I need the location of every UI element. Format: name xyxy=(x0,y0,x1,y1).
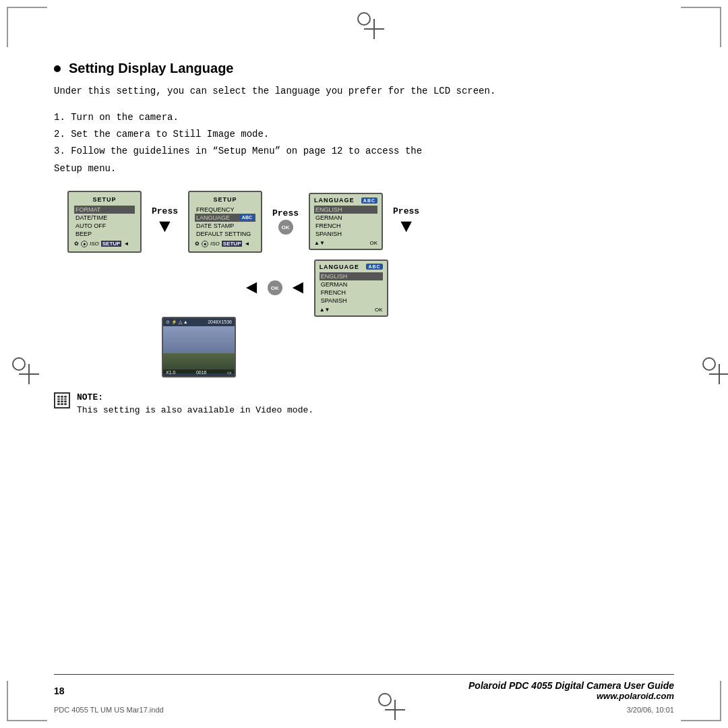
camera-resolution: 2048X1536 xyxy=(208,320,232,324)
setup-screen-1: SETUP FORMAT DATE/TIME AUTO OFF BEEP ✿ ●… xyxy=(67,191,142,253)
section-title-text: Setting Display Language xyxy=(69,61,233,76)
press-label-3: Press xyxy=(393,206,419,216)
step-1: 1. Turn on the camera. xyxy=(54,109,674,126)
setup2-setup-badge: SETUP xyxy=(222,241,243,247)
note-dot-4 xyxy=(57,398,60,400)
setup2-title: SETUP xyxy=(195,196,255,203)
lang2-spanish: SPANISH xyxy=(320,297,383,305)
lang2-title-text: LANGUAGE xyxy=(320,264,360,270)
lang2-ok: OK xyxy=(375,307,383,313)
brand-title: Polaroid PDC 4055 Digital Camera User Gu… xyxy=(468,680,674,691)
setup2-language: LANGUAGE ABC xyxy=(195,214,255,222)
down-arrow-icon-1: ▼ xyxy=(159,218,171,237)
note-dot-1 xyxy=(57,396,60,398)
ok-label-1: OK xyxy=(282,224,290,231)
corner-mark-bl xyxy=(7,681,47,721)
section-title: Setting Display Language xyxy=(54,61,674,76)
right-crosshair-circle xyxy=(702,357,716,371)
setup1-datetime: DATE/TIME xyxy=(74,214,135,222)
diagram-row-top: SETUP FORMAT DATE/TIME AUTO OFF BEEP ✿ ●… xyxy=(67,191,674,253)
lang1-english: ENGLISH xyxy=(314,206,377,214)
step-3: 3. Follow the guidelines in “Setup Menu”… xyxy=(54,143,674,160)
diagram-row-bottom: ⊙ ⚡ △ ▲ 2048X1536 X1.0 0016 ▭ xyxy=(162,317,674,377)
lang1-title-text: LANGUAGE xyxy=(314,197,355,204)
setup1-iso: ISO xyxy=(90,241,99,247)
lang2-abc-badge: ABC xyxy=(366,264,382,270)
footer-brand: Polaroid PDC 4055 Digital Camera User Gu… xyxy=(468,680,674,701)
footer: 18 Polaroid PDC 4055 Digital Camera User… xyxy=(54,674,674,701)
connector-row: ◄ OK ◄ LANGUAGE ABC ENGLISH GERMAN FRENC… xyxy=(162,260,674,317)
note-dot-12 xyxy=(64,403,67,405)
note-dot-8 xyxy=(61,400,63,402)
meta-left: PDC 4055 TL UM US Mar17.indd xyxy=(54,706,164,714)
setup2-abc-badge: ABC xyxy=(240,214,254,220)
setup2-frequency: FREQUENCY xyxy=(195,206,255,214)
left-arrow-connector-2: ◄ xyxy=(293,278,304,299)
lang1-down-arrow: ▲▼ xyxy=(314,240,325,246)
camera-top-bar: ⊙ ⚡ △ ▲ 2048X1536 xyxy=(163,318,235,326)
setup2-language-text: LANGUAGE xyxy=(196,214,230,221)
bottom-crosshair-circle xyxy=(378,693,392,706)
bottom-meta: PDC 4055 TL UM US Mar17.indd 3/20/06, 10… xyxy=(54,700,674,720)
step-3-cont: Setup menu. xyxy=(54,160,674,177)
note-dot-6 xyxy=(64,398,67,400)
camera-zoom: X1.0 xyxy=(166,370,175,375)
note-text-container: NOTE: This setting is also available in … xyxy=(77,391,313,417)
lang1-abc-badge: ABC xyxy=(361,198,377,204)
down-arrow-icon-2: ▼ xyxy=(400,218,412,237)
steps-list: 1. Turn on the camera. 2. Set the camera… xyxy=(54,109,674,177)
note-icon xyxy=(54,392,70,408)
setup-screen-2: SETUP FREQUENCY LANGUAGE ABC DATE STAMP … xyxy=(188,191,262,253)
meta-right: 3/20/06, 10:01 xyxy=(627,706,674,714)
step-2: 2. Set the camera to Still Image mode. xyxy=(54,126,674,143)
note-dot-7 xyxy=(57,400,60,402)
lang1-footer: ▲▼ OK xyxy=(314,240,377,246)
intro-content: Under this setting, you can select the l… xyxy=(54,86,495,96)
press-label-1: Press xyxy=(152,206,178,216)
corner-mark-tr xyxy=(681,7,721,47)
lang2-german: GERMAN xyxy=(320,280,383,289)
setup2-iso: ISO xyxy=(210,241,220,247)
camera-sky xyxy=(163,326,235,353)
ok-button-1: OK xyxy=(278,220,293,235)
right-crosshair xyxy=(709,364,728,384)
setup1-bottom: ✿ ● ISO SETUP ◄ xyxy=(74,241,135,247)
setup2-bottom: ✿ ● ISO SETUP ◄ xyxy=(195,241,255,247)
camera-battery: ▭ xyxy=(227,370,232,375)
setup2-arrow: ◄ xyxy=(244,241,249,247)
left-crosshair-circle xyxy=(12,357,26,371)
lang1-spanish: SPANISH xyxy=(314,230,377,238)
language-screen-2: LANGUAGE ABC ENGLISH GERMAN FRENCH SPANI… xyxy=(314,260,388,317)
ok-button-2: OK xyxy=(268,280,282,295)
camera-bottom-bar: X1.0 0016 ▭ xyxy=(163,369,235,376)
page-number: 18 xyxy=(54,686,65,696)
setup2-circle-icon: ● xyxy=(202,241,208,247)
setup1-arrow: ◄ xyxy=(123,241,129,247)
setup2-default: DEFAULT SETTING xyxy=(195,230,255,238)
corner-mark-br xyxy=(681,681,721,721)
lang2-footer: ▲▼ OK xyxy=(320,307,383,313)
note-dot-10 xyxy=(57,403,60,405)
main-content: Setting Display Language Under this sett… xyxy=(54,61,674,661)
setup1-format: FORMAT xyxy=(74,206,135,214)
note-body-text: This setting is also available in Video … xyxy=(77,405,313,415)
left-arrow-connector: ◄ xyxy=(246,278,257,299)
lang1-ok: OK xyxy=(369,240,377,246)
camera-count: 0016 xyxy=(196,370,207,375)
camera-preview-screen: ⊙ ⚡ △ ▲ 2048X1536 X1.0 0016 ▭ xyxy=(162,317,236,377)
diagram-area: SETUP FORMAT DATE/TIME AUTO OFF BEEP ✿ ●… xyxy=(54,191,674,377)
crosshair-circle xyxy=(357,12,371,26)
note-icon-container xyxy=(54,391,70,408)
ok-label-2: OK xyxy=(271,285,279,291)
lang2-english: ENGLISH xyxy=(320,272,383,280)
lang1-french: FRENCH xyxy=(314,222,377,230)
setup1-title: SETUP xyxy=(74,196,135,203)
step-1-text: 1. Turn on the camera. xyxy=(54,109,179,126)
press-arrow-2: Press ▼ xyxy=(393,206,419,237)
lang1-title: LANGUAGE ABC xyxy=(314,197,377,204)
step-3-text: 3. Follow the guidelines in “Setup Menu”… xyxy=(54,143,422,160)
press-ok-1: Press OK xyxy=(272,208,299,235)
step-3-cont-text: Setup menu. xyxy=(54,160,116,177)
note-dot-3 xyxy=(64,396,67,398)
note-dot-2 xyxy=(61,396,63,398)
